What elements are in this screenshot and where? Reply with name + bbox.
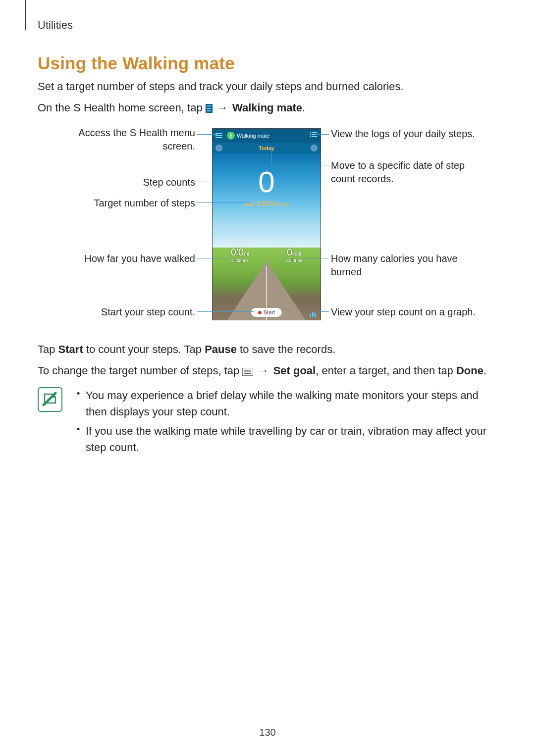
leader-start <box>197 311 254 312</box>
section-header: Utilities <box>38 19 73 32</box>
page-title: Using the Walking mate <box>38 0 497 73</box>
page-number: 130 <box>0 727 535 738</box>
start-button[interactable]: Start <box>251 308 282 317</box>
phone-topbar: Walking mate <box>213 129 321 143</box>
callout-distance: How far you have walked <box>56 252 195 265</box>
prev-date-button[interactable]: ‹ <box>215 145 222 151</box>
callout-graph: View your step count on a graph. <box>331 305 499 319</box>
after-text-1: Tap Start to count your steps. Tap Pause… <box>38 341 497 357</box>
svg-rect-14 <box>244 373 251 374</box>
svg-point-5 <box>310 132 312 134</box>
graph-icon[interactable] <box>310 311 318 317</box>
note-block: You may experience a brief delay while t… <box>38 387 497 458</box>
calories-label: Calories <box>286 258 302 263</box>
phone-ground: 0'0mi Distance 0kcal Calories Start <box>213 248 321 320</box>
svg-point-9 <box>310 136 312 138</box>
note-icon <box>38 387 62 412</box>
record-dot-icon <box>258 311 262 314</box>
svg-rect-1 <box>207 105 211 106</box>
note-item: If you use the walking mate while travel… <box>75 423 497 455</box>
callout-menu: Access the S Health menu screen. <box>47 126 195 153</box>
svg-point-4 <box>230 134 231 135</box>
svg-rect-3 <box>207 110 211 111</box>
city-silhouette <box>213 233 321 248</box>
leader-calories <box>300 258 329 258</box>
callout-step-counts: Step counts <box>106 176 195 189</box>
note-list: You may experience a brief delay while t… <box>75 387 497 458</box>
distance-value: 0'0mi <box>231 247 249 258</box>
note-item: You may experience a brief delay while t… <box>75 387 497 420</box>
callout-target-steps: Target number of steps <box>66 197 195 210</box>
callout-start: Start your step count. <box>56 305 195 319</box>
leader-graph <box>319 311 329 312</box>
leader-logs <box>315 134 329 135</box>
callout-calories: How many calories you have burned <box>331 252 489 279</box>
phone-sky: 0 Goal 10000steps <box>213 153 321 248</box>
next-date-button[interactable]: › <box>311 145 318 151</box>
side-rule <box>25 0 26 30</box>
instruction-target: Walking mate <box>232 101 302 114</box>
intro-text: Set a target number of steps and track y… <box>38 78 497 95</box>
phone-stats: 0'0mi Distance 0kcal Calories <box>213 247 321 263</box>
leader-menu <box>197 134 218 135</box>
arrow: → <box>215 100 229 116</box>
svg-rect-12 <box>244 370 251 371</box>
menu-icon <box>206 101 213 117</box>
svg-rect-13 <box>244 372 251 373</box>
phone-app-title: Walking mate <box>237 133 269 139</box>
phone-screenshot: Walking mate ‹ Today › 0 Goal 10 <box>212 128 321 320</box>
distance-stat: 0'0mi Distance <box>231 247 249 263</box>
svg-point-7 <box>310 134 312 136</box>
instruction-text: On the S Health home screen, tap → Walki… <box>38 100 497 117</box>
callout-logs: View the logs of your daily steps. <box>331 127 499 141</box>
svg-rect-10 <box>312 136 317 137</box>
phone-datebar: ‹ Today › <box>213 143 321 153</box>
goal-suffix: steps <box>278 202 290 207</box>
calories-stat: 0kcal Calories <box>286 247 302 263</box>
instruction-pre: On the S Health home screen, tap <box>38 101 206 114</box>
after-text-2: To change the target number of steps, ta… <box>38 362 497 380</box>
svg-rect-2 <box>207 108 211 109</box>
leader-target <box>197 202 250 203</box>
distance-label: Distance <box>231 258 249 263</box>
calories-value: 0kcal <box>286 247 302 258</box>
vleader-move-date <box>271 148 272 165</box>
date-label[interactable]: Today <box>259 145 274 151</box>
start-label: Start <box>264 309 275 315</box>
list-icon[interactable] <box>310 132 318 139</box>
options-icon <box>242 364 253 380</box>
leader-distance <box>197 258 228 258</box>
svg-rect-6 <box>312 132 317 133</box>
figure: Walking mate ‹ Today › 0 Goal 10 <box>38 128 497 336</box>
walker-icon <box>227 132 235 140</box>
goal-value: 10000 <box>255 199 278 207</box>
leader-move-date <box>271 165 329 165</box>
leader-step-counts <box>197 182 261 182</box>
step-count: 0 <box>213 153 321 197</box>
callout-move-date: Move to a specific date of step count re… <box>331 159 489 186</box>
instruction-post: . <box>302 101 305 114</box>
